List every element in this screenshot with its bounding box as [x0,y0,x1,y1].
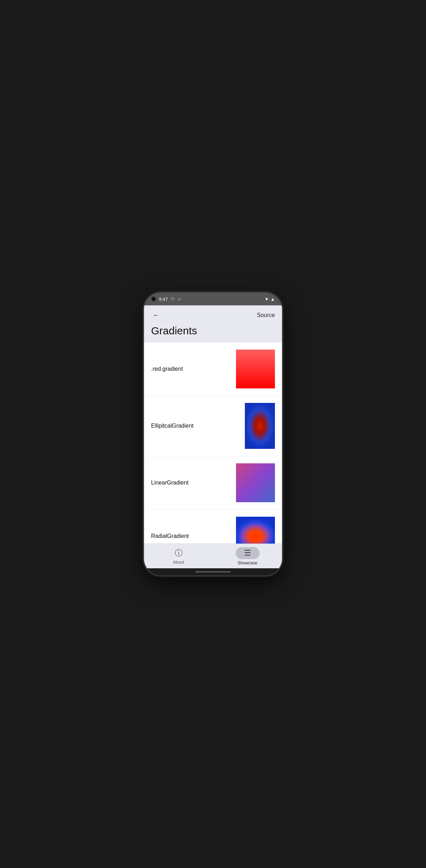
item-label-red: .red.gradient [151,366,236,372]
top-bar: ← Source [144,305,282,323]
list-item: EllipitcalGradient [144,396,282,456]
radial-gradient-preview [236,517,275,544]
status-left: 9:47 🛡 ☺ [151,297,182,302]
list-item: LinearGradient [144,456,282,510]
shield-icon: 🛡 [171,297,174,301]
app-content: ← Source Gradients .red.gradient Ellipit… [144,305,282,568]
status-right: ▼ ▲ [264,297,275,302]
nav-label-about: About [173,560,184,565]
nav-item-showcase[interactable]: ☰ Showcase [213,544,282,568]
linear-gradient-box [236,463,275,502]
red-gradient-preview [236,350,275,388]
status-time: 9:47 [159,297,168,302]
home-indicator [144,568,282,575]
nav-item-about[interactable]: ⓘ About [144,545,213,568]
nav-label-showcase: Showcase [238,561,257,565]
info-icon: ⓘ [175,548,183,558]
back-button[interactable]: ← [151,310,161,321]
list-item: .red.gradient [144,342,282,396]
home-bar [195,571,231,573]
radial-gradient-box [236,517,275,544]
elliptical-gradient-box [245,403,275,449]
status-bar: 9:47 🛡 ☺ ▼ ▲ [144,293,282,305]
scroll-content[interactable]: .red.gradient EllipitcalGradient LinearG… [144,342,282,544]
camera-dot [151,297,156,301]
signal-icon: ▲ [270,297,275,302]
page-title: Gradients [151,325,275,337]
nav-showcase-bg: ☰ [236,547,260,559]
red-gradient-box [236,350,275,388]
page-title-section: Gradients [144,323,282,342]
phone-shell: 9:47 🛡 ☺ ▼ ▲ ← Source Gradients .red.gra… [144,293,282,575]
face-icon: ☺ [177,297,181,301]
elliptical-gradient-preview [245,403,275,449]
linear-gradient-preview [236,463,275,502]
item-label-radial: RadialGradient [151,533,236,539]
item-label-linear: LinearGradient [151,480,236,486]
wifi-icon: ▼ [264,297,269,302]
list-item: RadialGradient [144,510,282,544]
source-button[interactable]: Source [257,312,275,318]
list-icon: ☰ [244,549,251,557]
bottom-nav: ⓘ About ☰ Showcase [144,544,282,568]
item-label-elliptical: EllipitcalGradient [151,423,245,429]
